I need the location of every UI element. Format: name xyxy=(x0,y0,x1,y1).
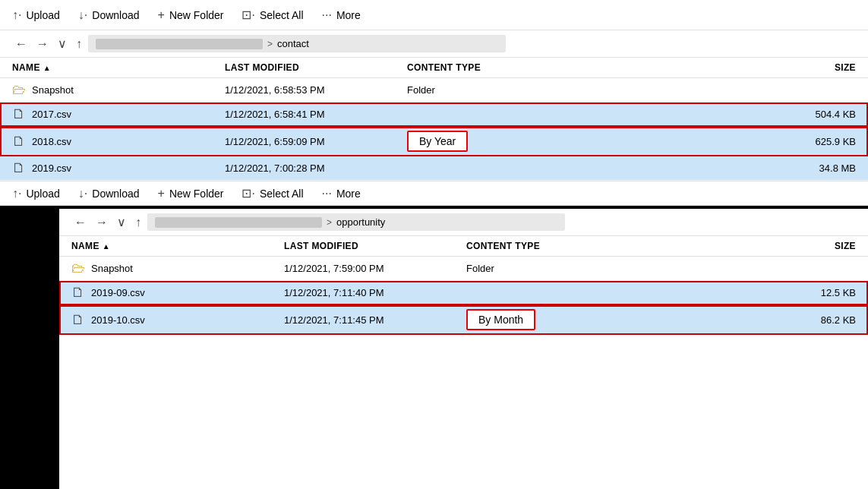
select-all-label: Select All xyxy=(260,188,304,200)
csv-icon: 🗋 xyxy=(71,312,85,328)
file-name: Snapshot xyxy=(91,263,133,274)
file-size: 12.5 KB xyxy=(765,287,856,298)
inline-toolbar: ↑· Upload ↓· Download + New Folder ⊡· Se… xyxy=(0,181,868,206)
file-name: 2019-09.csv xyxy=(91,287,145,298)
new-folder-label: New Folder xyxy=(169,9,224,21)
csv-icon: 🗋 xyxy=(71,285,85,301)
download-label: Download xyxy=(92,9,139,21)
panel-2: ← → ∨ ↑ > opportunity NAME ▲ LAST MODIFI… xyxy=(59,209,868,489)
annotation-by-year: By Year xyxy=(407,131,468,152)
col-name-label: NAME xyxy=(12,62,40,73)
more-button[interactable]: ··· More xyxy=(322,8,361,22)
file-name-cell: 🗋 2019-10.csv xyxy=(71,312,284,328)
table-row[interactable]: 🗋 2017.csv 1/12/2021, 6:58:41 PM 504.4 K… xyxy=(0,103,868,127)
csv-icon: 🗋 xyxy=(12,106,26,122)
filelist-header-2: NAME ▲ LAST MODIFIED CONTENT TYPE SIZE xyxy=(59,236,868,257)
back-button[interactable]: ← xyxy=(12,36,30,52)
new-folder-button[interactable]: + New Folder xyxy=(158,8,224,22)
col-name[interactable]: NAME ▲ xyxy=(12,62,225,73)
col-size-2: SIZE xyxy=(765,241,856,251)
file-modified: 1/12/2021, 6:59:09 PM xyxy=(225,136,407,147)
file-content-type: By Year xyxy=(407,131,765,152)
up-button[interactable]: ↑ xyxy=(73,36,85,52)
path-blur xyxy=(96,39,263,49)
forward-button[interactable]: → xyxy=(33,36,52,52)
col-last-modified-2[interactable]: LAST MODIFIED xyxy=(284,241,466,251)
annotation-by-month: By Month xyxy=(466,309,535,330)
path-blur-2 xyxy=(155,217,322,228)
download-icon: ↓· xyxy=(78,187,87,200)
folder-icon: 🗁 xyxy=(12,82,26,98)
panel-1: ↑· Upload ↓· Download + New Folder ⊡· Se… xyxy=(0,0,868,206)
file-modified: 1/12/2021, 6:58:41 PM xyxy=(225,109,407,120)
download-icon: ↓· xyxy=(78,8,87,22)
file-name-cell: 🗁 Snapshot xyxy=(12,82,225,98)
file-name: 2018.csv xyxy=(32,136,71,147)
file-modified: 1/12/2021, 7:11:45 PM xyxy=(284,314,466,326)
inline-select-all-button[interactable]: ⊡· Select All xyxy=(241,186,303,200)
file-modified: 1/12/2021, 6:58:53 PM xyxy=(225,84,407,96)
sort-arrow-icon: ▲ xyxy=(43,64,51,72)
select-all-icon: ⊡· xyxy=(241,8,254,22)
back-button-2[interactable]: ← xyxy=(71,214,90,231)
more-label: More xyxy=(336,188,361,200)
table-row[interactable]: 🗋 2019-10.csv 1/12/2021, 7:11:45 PM By M… xyxy=(59,305,868,335)
file-size: 504.4 KB xyxy=(765,109,856,120)
filelist-2: 🗁 Snapshot 1/12/2021, 7:59:00 PM Folder … xyxy=(59,257,868,489)
select-all-icon: ⊡· xyxy=(241,186,254,200)
col-name-label-2: NAME xyxy=(71,241,99,251)
file-modified: 1/12/2021, 7:00:28 PM xyxy=(225,162,407,174)
path-chevron: > xyxy=(267,39,273,49)
file-size: 86.2 KB xyxy=(765,314,856,326)
path-chevron-2: > xyxy=(327,217,332,228)
more-label: More xyxy=(336,9,361,21)
inline-upload-button[interactable]: ↑· Upload xyxy=(12,187,60,200)
inline-new-folder-button[interactable]: + New Folder xyxy=(158,187,224,200)
new-folder-icon: + xyxy=(158,187,165,200)
file-content-type: By Month xyxy=(466,309,765,330)
up-button-2[interactable]: ↑ xyxy=(132,214,144,231)
upload-label: Upload xyxy=(26,9,59,21)
select-all-button[interactable]: ⊡· Select All xyxy=(241,8,303,22)
file-name: 2019-10.csv xyxy=(91,314,145,326)
filelist-header-1: NAME ▲ LAST MODIFIED CONTENT TYPE SIZE xyxy=(0,58,868,78)
inline-download-button[interactable]: ↓· Download xyxy=(78,187,140,200)
upload-button[interactable]: ↑· Upload xyxy=(12,8,60,22)
new-folder-icon: + xyxy=(158,8,165,22)
select-all-label: Select All xyxy=(260,9,304,21)
toolbar-1: ↑· Upload ↓· Download + New Folder ⊡· Se… xyxy=(0,0,868,30)
col-content-type: CONTENT TYPE xyxy=(407,62,765,73)
file-name-cell: 🗋 2019.csv xyxy=(12,160,225,176)
file-name: 2017.csv xyxy=(32,109,71,120)
down-button-2[interactable]: ∨ xyxy=(114,213,129,231)
table-row[interactable]: 🗁 Snapshot 1/12/2021, 6:58:53 PM Folder xyxy=(0,78,868,103)
file-modified: 1/12/2021, 7:11:40 PM xyxy=(284,287,466,298)
csv-icon: 🗋 xyxy=(12,160,26,176)
forward-button-2[interactable]: → xyxy=(93,214,111,231)
download-label: Download xyxy=(92,188,139,200)
upload-icon: ↑· xyxy=(12,187,21,200)
file-size: 34.8 MB xyxy=(765,162,856,174)
address-path[interactable]: > contact xyxy=(88,35,506,52)
table-row[interactable]: 🗋 2019-09.csv 1/12/2021, 7:11:40 PM 12.5… xyxy=(59,281,868,305)
file-name-cell: 🗋 2017.csv xyxy=(12,106,225,122)
col-last-modified[interactable]: LAST MODIFIED xyxy=(225,62,407,73)
col-name-2[interactable]: NAME ▲ xyxy=(71,241,284,251)
file-name-cell: 🗋 2018.csv xyxy=(12,134,225,150)
table-row[interactable]: 🗁 Snapshot 1/12/2021, 7:59:00 PM Folder xyxy=(59,257,868,281)
file-name-cell: 🗁 Snapshot xyxy=(71,260,284,276)
path-folder: contact xyxy=(277,38,309,49)
download-button[interactable]: ↓· Download xyxy=(78,8,140,22)
address-path-2[interactable]: > opportunity xyxy=(147,213,565,231)
table-row[interactable]: 🗋 2019.csv 1/12/2021, 7:00:28 PM 34.8 MB xyxy=(0,156,868,181)
col-size: SIZE xyxy=(765,62,856,73)
file-modified: 1/12/2021, 7:59:00 PM xyxy=(284,263,466,274)
table-row[interactable]: 🗋 2018.csv 1/12/2021, 6:59:09 PM By Year… xyxy=(0,127,868,156)
file-size: 625.9 KB xyxy=(765,136,856,147)
down-button[interactable]: ∨ xyxy=(55,35,70,52)
more-icon: ··· xyxy=(322,187,332,200)
sort-arrow-icon-2: ▲ xyxy=(103,242,110,251)
addressbar-2: ← → ∨ ↑ > opportunity xyxy=(59,209,868,236)
file-name: Snapshot xyxy=(32,84,74,96)
inline-more-button[interactable]: ··· More xyxy=(322,187,361,200)
